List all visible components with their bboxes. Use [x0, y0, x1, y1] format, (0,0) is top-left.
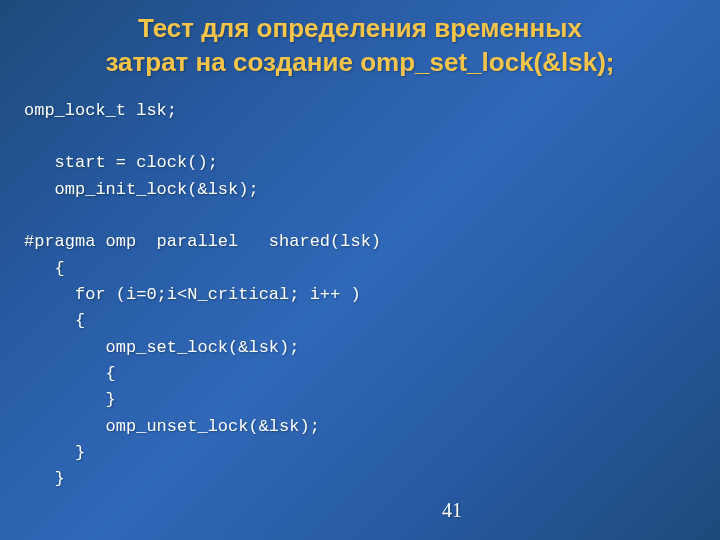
- code-line: #pragma omp parallel shared(lsk): [24, 232, 381, 251]
- code-line: start = clock();: [24, 153, 218, 172]
- code-line: }: [24, 443, 85, 462]
- page-number: 41: [442, 499, 462, 522]
- code-line: }: [24, 469, 65, 488]
- title-line-1: Тест для определения временных: [138, 13, 582, 43]
- code-line: omp_set_lock(&lsk);: [24, 338, 299, 357]
- code-line: omp_init_lock(&lsk);: [24, 180, 259, 199]
- code-line: {: [24, 311, 85, 330]
- code-line: {: [24, 259, 65, 278]
- title-line-2: затрат на создание omp_set_lock(&lsk);: [105, 47, 614, 77]
- code-block: omp_lock_t lsk; start = clock(); omp_ini…: [24, 98, 696, 493]
- code-line: }: [24, 390, 116, 409]
- code-line: for (i=0;i<N_critical; i++ ): [24, 285, 361, 304]
- slide-container: Тест для определения временных затрат на…: [0, 0, 720, 540]
- slide-title: Тест для определения временных затрат на…: [24, 12, 696, 80]
- code-line: omp_lock_t lsk;: [24, 101, 177, 120]
- code-line: {: [24, 364, 116, 383]
- code-line: omp_unset_lock(&lsk);: [24, 417, 320, 436]
